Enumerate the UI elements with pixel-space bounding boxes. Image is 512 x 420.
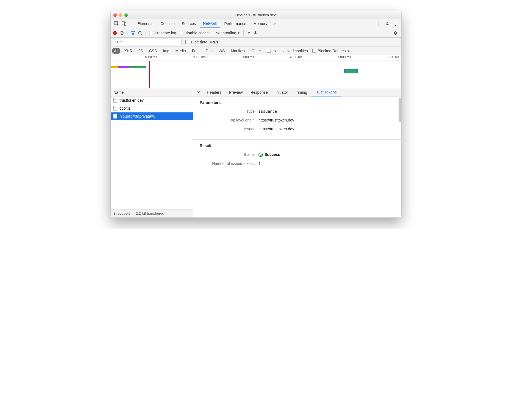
separator [127,30,127,36]
file-icon [113,114,117,118]
tabs-more-button[interactable]: » [271,19,278,28]
load-marker [149,61,150,88]
scrollbar-thumb[interactable] [399,98,401,122]
dtab-timing[interactable]: Timing [292,88,311,96]
type-ws[interactable]: WS [217,48,227,54]
type-media[interactable]: Media [174,48,188,54]
disable-cache-label: Disable cache [185,31,209,35]
request-row[interactable]: i?public=0&private=0 [111,112,193,120]
separator [379,21,379,26]
filter-toggle-icon[interactable] [131,31,135,35]
type-other[interactable]: Other [250,48,263,54]
result-section: Result Status Success Number of issued t… [193,140,401,174]
filter-bar: Hide data URLs [111,38,401,46]
dtab-initiator[interactable]: Initiator [272,88,292,96]
type-doc[interactable]: Doc [204,48,214,54]
type-manifest[interactable]: Manifest [229,48,247,54]
search-icon[interactable] [138,31,142,35]
separator [146,30,146,36]
throttling-select[interactable]: No throttling ▼ [216,31,240,35]
type-img[interactable]: Img [161,48,171,54]
status-footer: 3 requests 2.2 kB transferred [111,209,193,217]
issuer-value: https://trusttoken.dev [258,127,294,131]
time-tick: 4000 ms [256,55,304,60]
tab-sources[interactable]: Sources [179,19,199,28]
devtools-tabs-bar: Elements Console Sources Network Perform… [111,19,401,28]
hide-data-urls-checkbox[interactable]: Hide data URLs [185,40,218,44]
type-js[interactable]: JS [137,48,144,54]
time-tick: 3000 ms [208,55,256,60]
separator [131,21,131,26]
svg-rect-2 [124,23,126,26]
issued-tokens-value: 1 [258,161,261,166]
time-tick: 2000 ms [159,55,207,60]
request-name: i?public=0&private=0 [119,114,155,118]
top-level-origin-label: Top level origin [200,118,255,122]
dtab-response[interactable]: Response [247,88,272,96]
request-name: cbor.js [119,106,130,110]
import-har-icon[interactable] [247,31,251,35]
has-blocked-cookies-checkbox[interactable]: Has blocked cookies [267,49,308,53]
type-xhr[interactable]: XHR [123,48,134,54]
tab-elements[interactable]: Elements [134,19,157,28]
timeline-segment [118,66,129,68]
dtab-trust-tokens[interactable]: Trust Tokens [311,88,340,96]
filter-input[interactable] [113,39,182,45]
clear-button[interactable] [119,31,124,35]
type-all[interactable]: All [112,48,120,54]
request-row[interactable]: cbor.js [111,104,193,112]
tab-network[interactable]: Network [200,19,220,28]
kebab-menu-icon[interactable]: ⋮ [393,21,398,26]
timeline-segment [129,66,146,68]
time-tick: 1000 ms [111,55,159,60]
parameters-header: Parameters [200,100,395,105]
type-value: Issuance [258,109,277,114]
export-har-icon[interactable] [254,31,257,35]
type-font[interactable]: Font [190,48,201,54]
file-icon [113,98,117,103]
preserve-log-checkbox[interactable]: Preserve log [149,31,176,35]
details-tabs: ✕ Headers Preview Response Initiator Tim… [193,88,401,96]
request-name: trusttoken.dev [119,98,144,103]
blocked-requests-checkbox[interactable]: Blocked Requests [312,49,349,53]
time-tick: 5000 ms [304,55,353,60]
status-label: Status [200,152,255,157]
main-split: Name trusttoken.dev cbor.js i?public=0&p… [111,88,401,217]
chevron-down-icon: ▼ [237,31,240,34]
inspect-element-icon[interactable] [114,21,119,26]
file-icon [113,106,117,110]
disable-cache-checkbox[interactable]: Disable cache [179,31,209,35]
success-check-icon [258,153,263,157]
throttling-value: No throttling [216,31,236,35]
network-settings-gear-icon[interactable] [393,31,397,35]
transferred-size: 2.2 kB transferred [136,211,164,215]
timeline-block [344,69,358,73]
tab-console[interactable]: Console [157,19,178,28]
request-row[interactable]: trusttoken.dev [111,96,193,104]
tab-performance[interactable]: Performance [221,19,249,28]
hide-data-urls-label: Hide data URLs [191,40,218,44]
issued-tokens-label: Number of issued tokens [200,161,255,166]
network-toolbar: Preserve log Disable cache No throttling… [111,28,401,38]
type-css[interactable]: CSS [147,48,158,54]
separator [212,30,212,36]
timeline-body [111,61,401,88]
window-title: DevTools - trusttoken.dev/ [111,13,401,17]
dtab-preview[interactable]: Preview [225,88,247,96]
svg-line-6 [141,34,142,35]
parameters-section: Parameters Type Issuance Top level origi… [193,96,401,140]
settings-gear-icon[interactable] [385,21,389,26]
timeline-overview[interactable]: 1000 ms 2000 ms 3000 ms 4000 ms 5000 ms … [111,55,401,88]
name-column-header[interactable]: Name [111,88,193,96]
svg-line-4 [121,32,123,34]
requests-count: 3 requests [113,211,130,215]
top-level-origin-value: https://trusttoken.dev [258,118,294,122]
close-details-icon[interactable]: ✕ [194,90,203,95]
type-filter-bar: All XHR JS CSS Img Media Font Doc WS Man… [111,46,401,55]
svg-point-5 [138,31,141,34]
device-toggle-icon[interactable] [122,21,127,26]
devtools-window: DevTools - trusttoken.dev/ Elements Cons… [110,11,402,218]
dtab-headers[interactable]: Headers [203,88,225,96]
tab-memory[interactable]: Memory [250,19,271,28]
record-button[interactable] [113,31,117,35]
